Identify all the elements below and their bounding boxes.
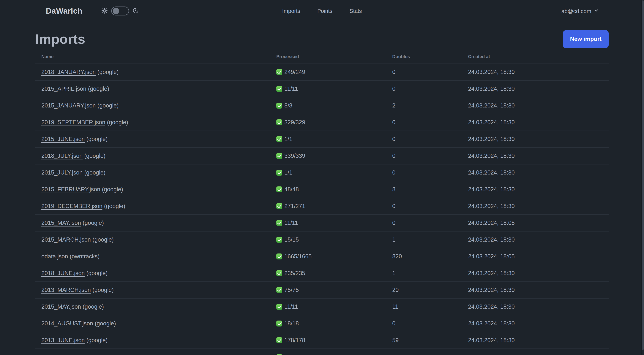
import-source: (google) — [86, 270, 108, 276]
processed-value: 48/48 — [284, 186, 299, 193]
import-file-link[interactable]: 2015_MAY.json — [41, 220, 81, 226]
import-source: (google) — [83, 303, 104, 310]
import-file-link[interactable]: 2015_MAY.json — [41, 303, 81, 310]
created-at-value: 24.03.2024, 18:30 — [462, 147, 608, 164]
import-name-cell: odata.json(owntracks) — [36, 248, 270, 265]
new-import-button[interactable]: New import — [563, 30, 608, 48]
account-dropdown[interactable]: ab@cd.com — [561, 8, 599, 14]
import-name-cell: 2013_MARCH.json(google) — [36, 282, 270, 298]
import-source: (google) — [84, 153, 106, 159]
created-at-value: 24.03.2024, 18:05 — [462, 248, 608, 265]
import-name-cell: 2018_JULY.json(google) — [36, 147, 270, 164]
import-source: (google) — [95, 320, 116, 327]
import-name-cell: 2015_FEBRUARY.json(google) — [36, 181, 270, 198]
nav-item-stats[interactable]: Stats — [347, 6, 364, 16]
import-source: (owntracks) — [70, 253, 100, 260]
import-name-cell: 2015_MAY.json(google) — [36, 298, 270, 315]
import-file-link[interactable]: 2018_JUNE.json — [41, 270, 85, 276]
check-emoji-icon — [276, 354, 282, 355]
main-nav: Imports Points Stats — [280, 6, 364, 16]
import-name-cell: 2015_JUNE.json(google) — [36, 131, 270, 147]
import-file-link[interactable]: 2013_MARCH.json — [41, 287, 91, 293]
import-file-link[interactable]: 2015_JANUARY.json — [41, 102, 96, 109]
theme-toggle[interactable] — [111, 6, 129, 15]
doubles-value: 0 — [386, 315, 462, 332]
processed-value: 329/329 — [284, 119, 305, 125]
import-file-link[interactable]: 2015_JUNE.json — [41, 136, 85, 142]
processed-value: 1/1 — [284, 169, 292, 176]
column-header-created-at: Created at — [462, 49, 608, 64]
navbar: DaWarIch Imports Points Stats ab@cd.com — [0, 0, 644, 22]
check-emoji-icon — [276, 119, 282, 125]
processed-value: 15/15 — [284, 236, 299, 243]
created-at-value: 24.03.2024, 18:30 — [462, 265, 608, 282]
created-at-value: 24.03.2024, 18:30 — [462, 231, 608, 248]
table-row: 2013_JUNE.json(google) 178/178 59 24.03.… — [36, 332, 608, 349]
created-at-value: 24.03.2024, 18:30 — [462, 131, 608, 147]
check-emoji-icon — [276, 304, 282, 310]
doubles-value: 0 — [386, 198, 462, 215]
processed-value: 178/178 — [284, 337, 305, 344]
doubles-value: 0 — [386, 164, 462, 181]
doubles-value: 0 — [386, 80, 462, 97]
import-name-cell: 2015_JULY.json(google) — [36, 164, 270, 181]
created-at-value: 24.03.2024, 18:30 — [462, 164, 608, 181]
import-file-link[interactable]: 2014_AUGUST.json — [41, 320, 93, 327]
table-row: 2015_FEBRUARY.json(google) 48/48 8 24.03… — [36, 181, 608, 198]
check-emoji-icon — [276, 237, 282, 243]
processed-value: 11/11 — [284, 85, 298, 92]
import-file-link[interactable]: 2019_SEPTEMBER.json — [41, 119, 105, 125]
processed-cell: 339/339 — [270, 147, 386, 164]
processed-cell: 48/48 — [270, 181, 386, 198]
check-emoji-icon — [276, 270, 282, 276]
table-row: 2015_MAY.json(google) 11/11 11 24.03.202… — [36, 298, 608, 315]
scrollbar-thumb[interactable] — [642, 0, 644, 350]
processed-cell: 271/271 — [270, 198, 386, 215]
import-file-link[interactable]: 2018_JULY.json — [41, 153, 82, 159]
doubles-value: 11 — [386, 298, 462, 315]
processed-value: 1/1 — [284, 136, 292, 142]
import-file-link[interactable]: 2015_APRIL.json — [41, 85, 86, 92]
imports-table: Name Processed Doubles Created at 2018_J… — [36, 49, 608, 355]
import-source: (google) — [88, 85, 109, 92]
check-emoji-icon — [276, 337, 282, 343]
app-logo[interactable]: DaWarIch — [46, 6, 82, 15]
import-file-link[interactable]: odata.json — [41, 253, 68, 260]
import-file-link[interactable]: 2013_JUNE.json — [41, 337, 85, 344]
processed-value: 11/11 — [284, 303, 298, 310]
created-at-value: 24.03.2024, 18:30 — [462, 64, 608, 80]
doubles-value: 820 — [386, 248, 462, 265]
check-emoji-icon — [276, 170, 282, 176]
import-file-link[interactable]: 2015_FEBRUARY.json — [41, 186, 100, 193]
page-heading-row: Imports New import — [36, 30, 608, 48]
import-name-cell: 2015_APRIL.json(google) — [36, 80, 270, 97]
nav-item-imports[interactable]: Imports — [280, 6, 303, 16]
processed-value: 75/75 — [284, 287, 299, 293]
imports-table-header: Name Processed Doubles Created at — [36, 49, 608, 64]
table-row: 2015_JULY.json(google) 1/1 0 24.03.2024,… — [36, 164, 608, 181]
processed-value: 8/8 — [284, 102, 292, 109]
import-name-cell: 2019_DECEMBER.json(google) — [36, 198, 270, 215]
sun-icon — [101, 7, 108, 15]
table-row: 2015_MARCH.json(google) 15/15 1 24.03.20… — [36, 231, 608, 248]
import-name-cell: 2013_JUNE.json(google) — [36, 332, 270, 349]
nav-item-points[interactable]: Points — [315, 6, 335, 16]
table-row: 2018_JUNE.json(google) 235/235 1 24.03.2… — [36, 265, 608, 282]
import-name-cell: 2015_JANUARY.json(google) — [36, 97, 270, 114]
theme-toggle-knob — [113, 8, 119, 14]
processed-cell: 235/235 — [270, 265, 386, 282]
import-file-link[interactable]: 2019_DECEMBER.json — [41, 203, 102, 209]
import-name-cell: 2019_SEPTEMBER.json(google) — [36, 114, 270, 131]
processed-value: 1665/1665 — [284, 253, 312, 260]
import-source: (google) — [92, 236, 114, 243]
processed-cell: 8/8 — [270, 97, 386, 114]
processed-cell: 11/11 — [270, 215, 386, 231]
created-at-value: 24.03.2024, 18:30 — [462, 114, 608, 131]
import-file-link[interactable]: 2018_JANUARY.json — [41, 69, 96, 75]
vertical-scrollbar — [641, 0, 644, 355]
import-file-link[interactable]: 2015_JULY.json — [41, 169, 82, 176]
created-at-value: 24.03.2024, 18:30 — [462, 80, 608, 97]
check-emoji-icon — [276, 103, 282, 109]
column-header-processed: Processed — [270, 49, 386, 64]
import-file-link[interactable]: 2015_MARCH.json — [41, 236, 91, 243]
